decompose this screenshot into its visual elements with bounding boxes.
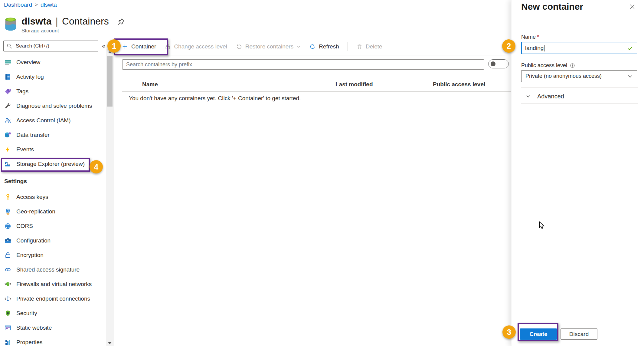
sidebar-item-label: Firewalls and virtual networks [16, 281, 92, 288]
column-header-last-modified[interactable]: Last modified [335, 81, 373, 88]
sidebar-item-overview[interactable]: Overview [0, 55, 105, 70]
sidebar-item-cors[interactable]: CORS [0, 219, 105, 233]
sidebar-item-static-website[interactable]: Static website [0, 321, 105, 335]
new-container-panel: New container Name* landing Public acces… [511, 0, 644, 346]
discard-button[interactable]: Discard [561, 328, 597, 340]
sidebar-item-geo-replication[interactable]: Geo-replication [0, 204, 105, 219]
containers-table-header: Name Last modified Public access level [122, 79, 511, 92]
advanced-section-toggle[interactable]: Advanced [525, 91, 564, 101]
sidebar-item-encryption[interactable]: Encryption [0, 248, 105, 262]
chevron-down-icon [296, 44, 301, 49]
sidebar-search-input[interactable] [15, 43, 95, 49]
sidebar-item-label: Shared access signature [16, 266, 80, 273]
required-marker: * [537, 34, 539, 40]
globe-icon [4, 208, 11, 215]
security-shield-icon [4, 310, 11, 317]
container-name-input[interactable]: landing [521, 42, 637, 54]
valid-check-icon [627, 45, 633, 51]
delete-label: Delete [366, 43, 382, 50]
sidebar-item-label: Diagnose and solve problems [16, 103, 92, 109]
annotation-badge-2: 2 [502, 39, 515, 53]
refresh-label: Refresh [319, 43, 339, 50]
close-icon[interactable] [629, 3, 636, 10]
cors-icon [4, 222, 11, 230]
sidebar-item-diagnose[interactable]: Diagnose and solve problems [0, 99, 105, 113]
key-icon [4, 193, 11, 201]
add-container-button[interactable]: Container [122, 43, 156, 50]
sidebar-item-data-transfer[interactable]: Data transfer [0, 128, 105, 142]
sidebar-item-private-endpoint[interactable]: Private endpoint connections [0, 292, 105, 306]
link-icon [4, 266, 11, 273]
sidebar-search-box [3, 41, 98, 51]
sidebar-item-events[interactable]: Events [0, 142, 105, 157]
change-access-level-label: Change access level [174, 43, 227, 50]
refresh-icon [309, 43, 316, 50]
public-access-selected-value: Private (no anonymous access) [525, 73, 602, 79]
show-deleted-toggle[interactable] [488, 59, 509, 68]
name-label-text: Name [521, 34, 536, 40]
advanced-label: Advanced [537, 93, 564, 100]
breadcrumb-dashboard-link[interactable]: Dashboard [4, 2, 32, 8]
info-icon[interactable] [570, 63, 575, 68]
collapse-menu-icon[interactable]: « [102, 42, 106, 49]
create-button[interactable]: Create [520, 328, 557, 340]
restore-containers-button[interactable]: Restore containers [236, 43, 301, 50]
sidebar-item-label: Data transfer [16, 132, 50, 138]
scrollbar-track[interactable] [106, 49, 114, 346]
storage-account-icon [4, 17, 17, 31]
breadcrumb-current-link[interactable]: dlswta [41, 2, 57, 8]
lock-outline-icon [4, 252, 11, 259]
sidebar-item-label: Overview [16, 59, 40, 66]
panel-divider [521, 87, 638, 88]
chevron-down-icon [525, 94, 531, 99]
sidebar-item-tags[interactable]: Tags [0, 84, 105, 99]
sidebar-item-activity-log[interactable]: Activity log [0, 70, 105, 84]
annotation-badge-4: 4 [90, 160, 103, 173]
refresh-button[interactable]: Refresh [309, 43, 339, 50]
sidebar-item-label: Configuration [16, 237, 51, 244]
search-icon [6, 43, 12, 49]
sidebar-item-shared-access-signature[interactable]: Shared access signature [0, 262, 105, 277]
toolbar-separator [348, 42, 348, 51]
sidebar-item-label: Encryption [16, 252, 44, 259]
sidebar-item-configuration[interactable]: Configuration [0, 233, 105, 248]
azure-portal-screen: Dashboard > dlswta dlswta | Containers [0, 0, 644, 346]
sidebar-item-access-keys[interactable]: Access keys [0, 190, 105, 204]
restore-icon [236, 43, 242, 50]
scrollbar-thumb[interactable] [107, 56, 113, 107]
change-access-level-button[interactable]: Change access level [165, 43, 227, 50]
firewall-shield-icon [4, 281, 11, 288]
name-field-label: Name* [521, 34, 539, 40]
add-container-label: Container [131, 43, 156, 50]
wrench-icon [4, 102, 11, 110]
container-prefix-search-input[interactable] [122, 59, 484, 70]
delete-button[interactable]: Delete [356, 43, 382, 50]
sidebar-item-storage-explorer[interactable]: Storage Explorer (preview) [0, 157, 105, 171]
tag-icon [4, 88, 11, 95]
panel-title: New container [521, 2, 583, 12]
plus-icon [122, 43, 128, 50]
pin-icon[interactable] [117, 18, 125, 26]
annotation-badge-1: 1 [107, 39, 121, 53]
people-icon [4, 117, 11, 124]
briefcase-icon [4, 237, 11, 244]
sidebar-menu: Overview Activity log Tags Diagnose and … [0, 55, 105, 171]
endpoint-icon [4, 295, 11, 302]
storage-explorer-icon [4, 160, 11, 168]
sidebar-item-firewalls[interactable]: Firewalls and virtual networks [0, 277, 105, 292]
sidebar-settings-header: Settings [4, 178, 27, 185]
column-header-public-access-level[interactable]: Public access level [433, 81, 485, 88]
activity-log-icon [4, 73, 11, 81]
scrollbar-down-icon[interactable] [108, 342, 112, 344]
breadcrumb-separator: > [35, 2, 38, 8]
page-title-section: Containers [62, 16, 109, 27]
sidebar-item-label: Access keys [16, 194, 48, 200]
restore-containers-label: Restore containers [245, 43, 293, 50]
public-access-select[interactable]: Private (no anonymous access) [521, 70, 637, 82]
annotation-badge-3: 3 [502, 325, 516, 339]
sidebar-item-properties[interactable]: Properties [0, 335, 105, 346]
sidebar-item-security[interactable]: Security [0, 306, 105, 321]
empty-state-text: You don't have any containers yet. Click… [129, 95, 301, 102]
sidebar-item-access-control[interactable]: Access Control (IAM) [0, 113, 105, 128]
column-header-name[interactable]: Name [142, 81, 158, 88]
